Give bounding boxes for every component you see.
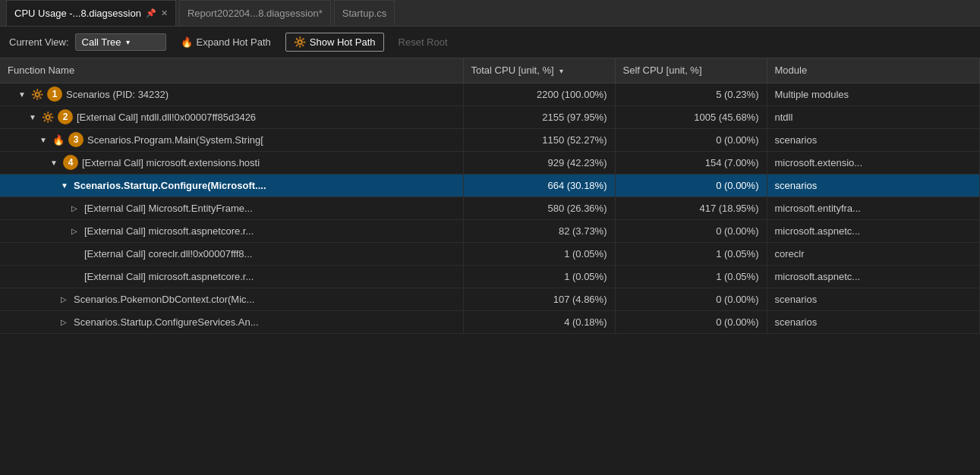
call-tree-table: Function Name Total CPU [unit, %] ▾ Self… <box>0 58 980 334</box>
close-icon[interactable]: ✕ <box>161 8 168 18</box>
reset-root-button[interactable]: Reset Root <box>390 33 456 52</box>
table-body: ▼🔆1Scenarios (PID: 34232)2200 (100.00%)5… <box>0 83 980 333</box>
expand-arrow-icon[interactable]: ▼ <box>61 181 70 190</box>
tab-report-label: Report202204...8.diagsession* <box>187 8 323 19</box>
view-select-dropdown[interactable]: Call Tree ▾ <box>75 33 166 51</box>
row-badge: 2 <box>58 109 73 124</box>
self-cpu-cell: 0 (0.00%) <box>615 288 767 310</box>
expand-arrow-icon[interactable]: ▼ <box>18 90 27 99</box>
fn-name-cell: ▼🔥3Scenarios.Program.Main(System.String[ <box>0 128 463 151</box>
table-row[interactable]: ▼🔥3Scenarios.Program.Main(System.String[… <box>0 128 980 151</box>
self-cpu-cell: 1 (0.05%) <box>615 265 767 288</box>
table-row[interactable]: ▷Scenarios.PokemonDbContext.ctor(Mic...1… <box>0 288 980 310</box>
col-header-self-cpu[interactable]: Self CPU [unit, %] <box>615 58 767 83</box>
module-cell: microsoft.entityfra... <box>767 197 980 219</box>
module-cell: ntdll <box>767 105 980 128</box>
fn-cell-content: ▷[External Call] microsoft.aspnetcore.r.… <box>8 225 455 237</box>
fn-cell-content: [External Call] coreclr.dll!0x00007fff8.… <box>8 248 455 260</box>
module-cell: microsoft.aspnetc... <box>767 265 980 288</box>
fn-cell-content: ▼🔆2[External Call] ntdll.dll!0x00007ff85… <box>8 109 455 124</box>
self-cpu-cell: 417 (18.95%) <box>615 197 767 219</box>
expand-arrow-icon[interactable]: ▷ <box>61 295 70 304</box>
total-cpu-cell: 2200 (100.00%) <box>463 83 615 105</box>
fn-name-text: Scenarios.Startup.ConfigureServices.An..… <box>74 316 259 328</box>
table-row[interactable]: ▼Scenarios.Startup.Configure(Microsoft..… <box>0 174 980 197</box>
tab-startup-label: Startup.cs <box>342 8 387 19</box>
tab-startup[interactable]: Startup.cs <box>334 0 395 26</box>
fn-name-text: Scenarios (PID: 34232) <box>66 89 169 100</box>
chevron-down-icon: ▾ <box>126 38 130 46</box>
total-cpu-cell: 1 (0.05%) <box>463 265 615 288</box>
fn-name-text: Scenarios.PokemonDbContext.ctor(Mic... <box>74 294 254 305</box>
fn-name-cell: ▷[External Call] Microsoft.EntityFrame..… <box>0 197 463 219</box>
module-cell: scenarios <box>767 128 980 151</box>
expand-arrow-icon[interactable]: ▼ <box>39 136 49 144</box>
col-header-total-cpu[interactable]: Total CPU [unit, %] ▾ <box>463 58 615 83</box>
expand-arrow-icon[interactable]: ▼ <box>29 113 38 121</box>
fn-cell-content: ▷Scenarios.Startup.ConfigureServices.An.… <box>8 316 455 328</box>
total-cpu-cell: 1150 (52.27%) <box>463 128 615 151</box>
col-header-function-name[interactable]: Function Name <box>0 58 463 83</box>
self-cpu-cell: 1 (0.05%) <box>615 242 767 265</box>
table-row[interactable]: ▷Scenarios.Startup.ConfigureServices.An.… <box>0 310 980 333</box>
module-cell: scenarios <box>767 288 980 310</box>
fn-name-text: [External Call] Microsoft.EntityFrame... <box>84 203 253 214</box>
fn-cell-content: ▼🔥3Scenarios.Program.Main(System.String[ <box>8 132 455 147</box>
expand-arrow-icon[interactable]: ▼ <box>50 159 59 167</box>
fn-name-cell: ▼🔆2[External Call] ntdll.dll!0x00007ff85… <box>0 105 463 128</box>
fn-cell-content: [External Call] microsoft.aspnetcore.r..… <box>8 271 455 282</box>
total-cpu-cell: 929 (42.23%) <box>463 151 615 174</box>
fn-cell-content: ▼Scenarios.Startup.Configure(Microsoft..… <box>8 180 455 191</box>
view-select-value: Call Tree <box>82 36 121 48</box>
row-badge: 3 <box>68 132 84 147</box>
table-header-row: Function Name Total CPU [unit, %] ▾ Self… <box>0 58 980 83</box>
show-hot-path-button[interactable]: 🔆 Show Hot Path <box>285 33 384 52</box>
self-cpu-cell: 1005 (45.68%) <box>615 105 767 128</box>
col-header-module[interactable]: Module <box>767 58 980 83</box>
fn-name-cell: ▼Scenarios.Startup.Configure(Microsoft..… <box>0 174 463 197</box>
reset-root-label: Reset Root <box>399 36 448 48</box>
expand-hot-path-button[interactable]: 🔥 Expand Hot Path <box>172 33 279 52</box>
module-cell: Multiple modules <box>767 83 980 105</box>
expand-arrow-icon[interactable]: ▷ <box>71 227 80 235</box>
self-cpu-cell: 5 (0.23%) <box>615 83 767 105</box>
expand-arrow-icon[interactable]: ▷ <box>71 204 80 212</box>
main-content: Current View: Call Tree ▾ 🔥 Expand Hot P… <box>0 27 980 475</box>
hotpath-icon: 🔆 <box>31 89 43 100</box>
tab-cpu-usage[interactable]: CPU Usage -...8.diagsession 📌 ✕ <box>6 0 176 26</box>
total-cpu-cell: 2155 (97.95%) <box>463 105 615 128</box>
tab-report[interactable]: Report202204...8.diagsession* <box>179 0 331 26</box>
module-cell: coreclr <box>767 242 980 265</box>
fn-name-cell: ▷Scenarios.Startup.ConfigureServices.An.… <box>0 310 463 333</box>
pin-icon[interactable]: 📌 <box>146 8 156 18</box>
table-row[interactable]: ▼🔆1Scenarios (PID: 34232)2200 (100.00%)5… <box>0 83 980 105</box>
table-row[interactable]: ▷[External Call] Microsoft.EntityFrame..… <box>0 197 980 219</box>
fn-name-text: [External Call] microsoft.aspnetcore.r..… <box>84 225 254 237</box>
self-cpu-cell: 154 (7.00%) <box>615 151 767 174</box>
table-row[interactable]: [External Call] coreclr.dll!0x00007fff8.… <box>0 242 980 265</box>
fn-cell-content: ▼🔆1Scenarios (PID: 34232) <box>8 87 455 102</box>
module-cell: microsoft.aspnetc... <box>767 219 980 242</box>
expand-arrow-icon[interactable]: ▷ <box>61 318 70 326</box>
fn-name-cell: ▷[External Call] microsoft.aspnetcore.r.… <box>0 219 463 242</box>
fn-name-text: [External Call] microsoft.extensions.hos… <box>82 157 260 168</box>
self-cpu-cell: 0 (0.00%) <box>615 310 767 333</box>
table-row[interactable]: ▼🔆2[External Call] ntdll.dll!0x00007ff85… <box>0 105 980 128</box>
table-row[interactable]: ▼4[External Call] microsoft.extensions.h… <box>0 151 980 174</box>
total-cpu-cell: 580 (26.36%) <box>463 197 615 219</box>
module-cell: scenarios <box>767 310 980 333</box>
total-cpu-cell: 82 (3.73%) <box>463 219 615 242</box>
expand-hot-path-label: Expand Hot Path <box>197 36 271 48</box>
tab-cpu-usage-label: CPU Usage -...8.diagsession <box>14 8 141 19</box>
self-cpu-cell: 0 (0.00%) <box>615 128 767 151</box>
table-row[interactable]: [External Call] microsoft.aspnetcore.r..… <box>0 265 980 288</box>
fn-name-text: [External Call] microsoft.aspnetcore.r..… <box>84 271 254 282</box>
toolbar: Current View: Call Tree ▾ 🔥 Expand Hot P… <box>0 27 980 58</box>
module-cell: microsoft.extensio... <box>767 151 980 174</box>
total-cpu-cell: 664 (30.18%) <box>463 174 615 197</box>
fn-cell-content: ▷[External Call] Microsoft.EntityFrame..… <box>8 203 455 214</box>
total-cpu-cell: 4 (0.18%) <box>463 310 615 333</box>
title-bar: CPU Usage -...8.diagsession 📌 ✕ Report20… <box>0 0 980 27</box>
table-row[interactable]: ▷[External Call] microsoft.aspnetcore.r.… <box>0 219 980 242</box>
self-cpu-cell: 0 (0.00%) <box>615 219 767 242</box>
